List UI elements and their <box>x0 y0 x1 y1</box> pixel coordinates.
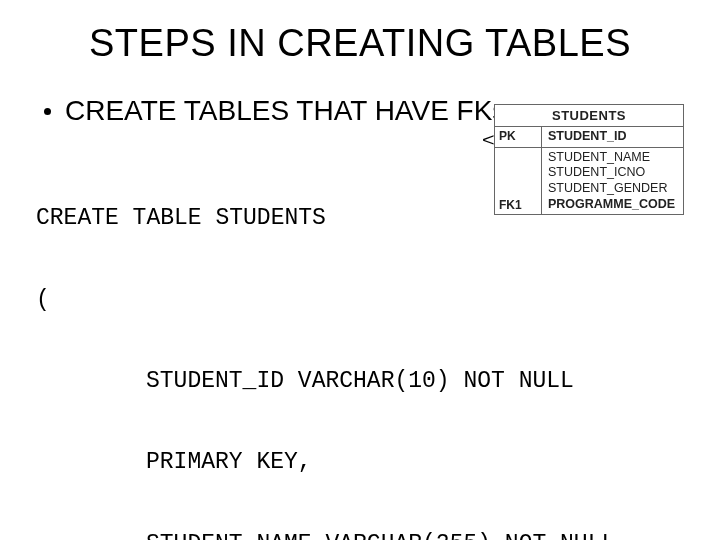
code-line: PRIMARY KEY, <box>36 449 684 476</box>
schema-attr: STUDENT_GENDER <box>548 181 677 197</box>
schema-box: STUDENTS PK STUDENT_ID FK1 STUDENT_NAME … <box>494 104 684 215</box>
code-line: STUDENT_ID VARCHAR(10) NOT NULL <box>36 368 684 395</box>
bullet-text: CREATE TABLES THAT HAVE FKs <box>65 95 506 127</box>
code-line: STUDENT_NAME VARCHAR(255) NOT NULL, <box>36 531 684 540</box>
slide-title: STEPS IN CREATING TABLES <box>36 22 684 65</box>
schema-pk-row: PK STUDENT_ID <box>495 127 683 148</box>
schema-attr: STUDENT_ICNO <box>548 165 677 181</box>
schema-attrs-row: FK1 STUDENT_NAME STUDENT_ICNO STUDENT_GE… <box>495 148 683 215</box>
schema-pk-field: STUDENT_ID <box>548 129 677 145</box>
schema-pk-label: PK <box>495 127 542 147</box>
bullet-dot-icon <box>44 108 51 115</box>
schema-title: STUDENTS <box>495 105 683 127</box>
schema-attr: STUDENT_NAME <box>548 150 677 166</box>
slide: STEPS IN CREATING TABLES CREATE TABLES T… <box>0 0 720 540</box>
schema-fk-label: FK1 <box>499 198 522 212</box>
code-line: ( <box>36 287 684 314</box>
schema-attr: PROGRAMME_CODE <box>548 197 677 213</box>
